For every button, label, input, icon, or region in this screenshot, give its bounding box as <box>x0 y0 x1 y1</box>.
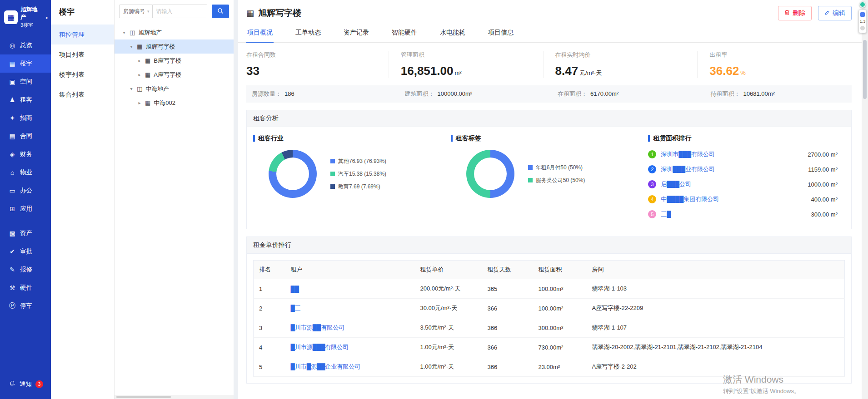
sidebar-item-space[interactable]: ▣ 空间 <box>0 73 51 91</box>
rooms-cell: 翡翠湖-20-2002,翡翠湖-21-2101,翡翠湖-21-2102,翡翠湖-… <box>587 338 845 357</box>
sidebar-item-finance[interactable]: ◈ 财务 <box>0 145 51 163</box>
area-cell: 100.00m² <box>533 279 587 299</box>
tree-node-tower-b[interactable]: ▸ ▦ B座写字楼 <box>115 54 234 68</box>
tab-smart-hardware[interactable]: 智能硬件 <box>391 25 418 42</box>
sidebar-item-building[interactable]: ▦ 楼宇 <box>0 54 51 73</box>
scrollbar-thumb[interactable] <box>116 396 171 398</box>
table-row: 2 █三 30.00元/m²·天 366 100.00m² A座写字楼-22-2… <box>254 299 845 318</box>
org-switcher[interactable]: ▦ 旭辉地产 3楼宇 ▸ <box>0 0 51 36</box>
kpi-label: 在租面积： <box>558 90 587 97</box>
search-field-select[interactable]: 房源编号 ▾ <box>119 5 153 18</box>
property-icon: ⌂ <box>9 169 16 176</box>
edit-button[interactable]: 编辑 <box>818 6 852 20</box>
sidebar-item-investment[interactable]: ✦ 招商 <box>0 109 51 127</box>
ranking-row: 2 深圳███业有限公司 1159.00 m² <box>648 165 838 174</box>
apps-icon: ⊞ <box>9 205 16 212</box>
tree-node-label: B座写字楼 <box>154 57 181 65</box>
days-cell: 365 <box>482 279 533 299</box>
submenu-item-project-list[interactable]: 项目列表 <box>51 44 114 64</box>
chart-title: 租赁面积排行 <box>648 134 846 143</box>
tenant-link[interactable]: █川市源██有限公司 <box>291 324 345 331</box>
tab-project-info[interactable]: 项目信息 <box>487 25 514 42</box>
legend-item: 汽车15.38 (15.38%) <box>330 170 386 178</box>
chevron-right-icon: ▸ <box>46 15 48 20</box>
kpi-label: 在租实时均价 <box>555 51 698 59</box>
tree-node-xuhui-office[interactable]: ▾ ▦ 旭辉写字楼 <box>115 39 234 54</box>
main-content: ▦ 旭辉写字楼 删除 编辑 项目概况 工单动 <box>234 0 868 399</box>
sidebar-item-hardware[interactable]: ⚒ 硬件 <box>0 279 51 297</box>
submenu-item-building-list[interactable]: 楼宇列表 <box>51 64 114 84</box>
horizontal-scrollbar[interactable] <box>115 395 234 399</box>
tree-node-tower-a[interactable]: ▸ ▦ A座写字楼 <box>115 68 234 82</box>
sidebar-item-label: 租客 <box>20 96 32 104</box>
widget-box[interactable]: 1.3 <box>858 10 867 33</box>
tree-node-xuhui-group[interactable]: ▾ ◫ 旭辉地产 <box>115 25 234 39</box>
tree-node-zhonghai-group[interactable]: ▾ ◫ 中海地产 <box>115 82 234 96</box>
tab-project-overview[interactable]: 项目概况 <box>246 25 274 42</box>
delete-button[interactable]: 删除 <box>778 6 812 20</box>
company-link[interactable]: 中████集团有限公司 <box>661 195 719 203</box>
app-window: ▦ 旭辉地产 3楼宇 ▸ ◎ 总览 ▦ 楼宇 ▣ 空间 ♟ 租客 ✦ 招商 <box>0 0 868 399</box>
scrollbar-thumb[interactable] <box>863 40 867 99</box>
tenant-link[interactable]: █川市█源██企业有限公司 <box>291 363 361 370</box>
submenu-item-collection-list[interactable]: 集合列表 <box>51 84 114 104</box>
area-ranking-list: 1 深圳市███有限公司 2700.00 m² 2 深圳███业有限公司 115… <box>648 150 846 219</box>
watermark-line2: 转到“设置”以激活 Windows。 <box>723 387 800 395</box>
kpi-gross-area: 建筑面积：100000.00m² <box>393 90 546 98</box>
rooms-cell: A座写字楼-22-2209 <box>587 299 845 318</box>
edit-icon <box>824 10 830 17</box>
sidebar-item-label: 硬件 <box>20 284 32 292</box>
sidebar-item-apps[interactable]: ⊞ 应用 <box>0 200 51 218</box>
sidebar-item-label: 楼宇 <box>20 59 32 68</box>
area-value: 1159.00 m² <box>808 166 838 173</box>
sidebar-item-property[interactable]: ⌂ 物业 <box>0 163 51 182</box>
col-unit-price: 租赁单价 <box>415 261 482 279</box>
search-button[interactable] <box>212 5 229 18</box>
vertical-scrollbar[interactable] <box>862 0 868 399</box>
watermark-line1: 激活 Windows <box>723 373 800 386</box>
widget-icon <box>860 12 865 17</box>
org-subtitle: 3楼宇 <box>20 22 33 28</box>
company-link[interactable]: 深圳市███有限公司 <box>661 150 715 158</box>
rank-cell: 1 <box>254 279 285 299</box>
tree-search-input[interactable] <box>153 5 207 18</box>
section-title: 租客分析 <box>247 110 851 127</box>
sidebar-item-parking[interactable]: Ⓟ 停车 <box>0 297 51 315</box>
sidebar-item-office[interactable]: ▭ 办公 <box>0 182 51 200</box>
table-header-row: 排名 租户 租赁单价 租赁天数 租赁面积 房间 <box>254 261 845 279</box>
tenant-link[interactable]: ██ <box>291 286 299 292</box>
overview-icon: ◎ <box>9 42 16 49</box>
module-panel: 楼宇 租控管理 项目列表 楼宇列表 集合列表 <box>51 0 115 399</box>
company-link[interactable]: 深圳███业有限公司 <box>661 165 715 173</box>
sidebar-item-approval[interactable]: ✔ 审批 <box>0 242 51 261</box>
building-icon: ▦ <box>137 43 142 50</box>
kpi-label: 建筑面积： <box>405 90 434 97</box>
sidebar-item-overview[interactable]: ◎ 总览 <box>0 36 51 54</box>
page-header: ▦ 旭辉写字楼 删除 编辑 <box>238 0 868 25</box>
legend-marker <box>528 165 533 170</box>
company-link[interactable]: 启███公司 <box>661 180 691 188</box>
tab-workorder-activity[interactable]: 工单动态 <box>294 25 322 42</box>
tenant-link[interactable]: █三 <box>291 305 301 311</box>
caret-right-icon: ▸ <box>137 72 142 77</box>
sidebar-item-assets[interactable]: ▩ 资产 <box>0 224 51 242</box>
investment-icon: ✦ <box>9 114 16 122</box>
tree-node-zhonghai-002[interactable]: ▸ ▦ 中海002 <box>115 96 234 110</box>
sidebar-item-contract[interactable]: ▤ 合同 <box>0 127 51 145</box>
sidebar-item-label: 审批 <box>20 247 32 256</box>
tenant-link[interactable]: █川市源███有限公司 <box>291 344 349 350</box>
price-cell: 200.00元/m²·天 <box>415 279 482 299</box>
sidebar-item-tenant[interactable]: ♟ 租客 <box>0 91 51 109</box>
floating-widget[interactable]: 1.3 <box>858 1 867 33</box>
ranking-row: 3 启███公司 1000.00 m² <box>648 180 838 189</box>
notification-button[interactable]: 通知 3 <box>0 374 51 394</box>
area-cell: 300.00m² <box>533 318 587 338</box>
company-link[interactable]: 三█ <box>661 210 671 218</box>
submenu-item-rent-control[interactable]: 租控管理 <box>51 25 114 44</box>
recorder-dot-icon[interactable] <box>859 1 866 8</box>
price-cell: 30.00元/m²·天 <box>415 299 482 318</box>
area-value: 300.00 m² <box>811 211 838 218</box>
sidebar-item-repair[interactable]: ✎ 报修 <box>0 261 51 279</box>
tab-utilities[interactable]: 水电能耗 <box>439 25 466 42</box>
tab-asset-records[interactable]: 资产记录 <box>343 25 370 42</box>
